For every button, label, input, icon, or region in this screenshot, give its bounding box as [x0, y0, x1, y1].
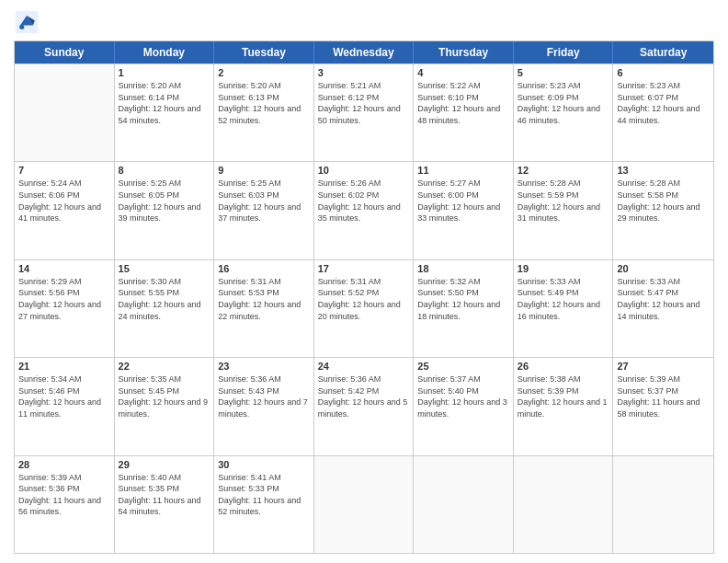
cell-date: 6 [617, 67, 710, 78]
cell-date: 1 [119, 67, 210, 78]
sunset-label: Sunset: 6:10 PM [417, 93, 479, 102]
calendar-cell: 5Sunrise: 5:23 AMSunset: 6:09 PMDaylight… [514, 64, 614, 161]
cell-date: 23 [218, 361, 310, 372]
day-header-friday: Friday [514, 41, 614, 63]
sunset-label: Sunset: 5:35 PM [119, 484, 180, 493]
sunset-label: Sunset: 5:45 PM [119, 386, 180, 396]
daylight-label: Daylight: 12 hours and 54 minutes. [119, 104, 201, 125]
header [14, 9, 714, 35]
sunset-label: Sunset: 5:36 PM [18, 484, 80, 493]
daylight-label: Daylight: 12 hours and 5 minutes. [318, 397, 408, 419]
calendar-cell: 13Sunrise: 5:28 AMSunset: 5:58 PMDayligh… [613, 162, 713, 259]
sunset-label: Sunset: 6:05 PM [119, 190, 180, 200]
sunrise-label: Sunrise: 5:30 AM [119, 277, 182, 286]
daylight-label: Daylight: 12 hours and 18 minutes. [417, 300, 500, 321]
daylight-label: Daylight: 12 hours and 20 minutes. [318, 300, 401, 321]
day-header-saturday: Saturday [613, 41, 713, 63]
cell-info: Sunrise: 5:23 AMSunset: 6:09 PMDaylight:… [518, 80, 609, 126]
sunrise-label: Sunrise: 5:25 AM [218, 178, 281, 188]
cell-info: Sunrise: 5:36 AMSunset: 5:43 PMDaylight:… [218, 373, 310, 419]
cell-info: Sunrise: 5:41 AMSunset: 5:33 PMDaylight:… [218, 472, 310, 518]
daylight-label: Daylight: 11 hours and 58 minutes. [617, 397, 700, 419]
cell-info: Sunrise: 5:36 AMSunset: 5:42 PMDaylight:… [318, 373, 410, 419]
sunrise-label: Sunrise: 5:31 AM [218, 277, 281, 286]
cell-date: 21 [18, 361, 110, 372]
cell-info: Sunrise: 5:39 AMSunset: 5:36 PMDaylight:… [18, 472, 110, 518]
cell-date: 25 [417, 361, 509, 372]
sunset-label: Sunset: 5:49 PM [518, 288, 579, 297]
sunrise-label: Sunrise: 5:37 AM [417, 374, 481, 384]
cell-info: Sunrise: 5:20 AMSunset: 6:13 PMDaylight:… [218, 80, 310, 126]
sunset-label: Sunset: 6:12 PM [318, 93, 380, 102]
cell-date: 17 [318, 263, 410, 274]
daylight-label: Daylight: 12 hours and 52 minutes. [218, 104, 301, 125]
calendar-cell: 2Sunrise: 5:20 AMSunset: 6:13 PMDaylight… [214, 64, 314, 161]
sunrise-label: Sunrise: 5:41 AM [218, 473, 281, 482]
sunrise-label: Sunrise: 5:39 AM [18, 473, 82, 482]
sunset-label: Sunset: 6:09 PM [518, 93, 579, 102]
daylight-label: Daylight: 12 hours and 1 minute. [518, 397, 608, 419]
cell-date: 30 [218, 459, 310, 470]
calendar-cell: 22Sunrise: 5:35 AMSunset: 5:45 PMDayligh… [115, 358, 215, 454]
calendar-cell: 25Sunrise: 5:37 AMSunset: 5:40 PMDayligh… [414, 358, 514, 454]
sunrise-label: Sunrise: 5:32 AM [417, 277, 481, 286]
sunrise-label: Sunrise: 5:25 AM [119, 178, 182, 188]
logo [14, 9, 43, 35]
day-header-sunday: Sunday [15, 41, 115, 63]
calendar-cell: 28Sunrise: 5:39 AMSunset: 5:36 PMDayligh… [15, 456, 115, 553]
daylight-label: Daylight: 12 hours and 22 minutes. [218, 300, 301, 321]
cell-date: 29 [119, 459, 210, 470]
cell-info: Sunrise: 5:33 AMSunset: 5:49 PMDaylight:… [518, 276, 609, 322]
calendar-week-1: 1Sunrise: 5:20 AMSunset: 6:14 PMDaylight… [15, 63, 713, 161]
sunset-label: Sunset: 5:42 PM [318, 386, 380, 396]
calendar-cell: 7Sunrise: 5:24 AMSunset: 6:06 PMDaylight… [15, 162, 115, 259]
sunset-label: Sunset: 5:52 PM [318, 288, 380, 297]
sunset-label: Sunset: 5:39 PM [518, 386, 579, 396]
sunrise-label: Sunrise: 5:34 AM [18, 374, 82, 384]
cell-date: 22 [119, 361, 210, 372]
daylight-label: Daylight: 12 hours and 37 minutes. [218, 202, 301, 224]
cell-info: Sunrise: 5:29 AMSunset: 5:56 PMDaylight:… [18, 276, 110, 322]
sunset-label: Sunset: 6:14 PM [119, 93, 180, 102]
sunset-label: Sunset: 5:33 PM [218, 484, 279, 493]
cell-info: Sunrise: 5:26 AMSunset: 6:02 PMDaylight:… [318, 178, 410, 224]
cell-info: Sunrise: 5:23 AMSunset: 6:07 PMDaylight:… [617, 80, 710, 126]
cell-date: 26 [518, 361, 609, 372]
daylight-label: Daylight: 12 hours and 11 minutes. [18, 397, 101, 419]
calendar-cell: 1Sunrise: 5:20 AMSunset: 6:14 PMDaylight… [115, 64, 215, 161]
cell-info: Sunrise: 5:37 AMSunset: 5:40 PMDaylight:… [417, 373, 509, 419]
cell-date: 16 [218, 263, 310, 274]
sunset-label: Sunset: 6:00 PM [417, 190, 479, 200]
calendar-cell: 10Sunrise: 5:26 AMSunset: 6:02 PMDayligh… [314, 162, 415, 259]
cell-date: 19 [518, 263, 609, 274]
day-header-thursday: Thursday [414, 41, 514, 63]
calendar-cell [15, 64, 115, 161]
cell-info: Sunrise: 5:31 AMSunset: 5:53 PMDaylight:… [218, 276, 310, 322]
cell-info: Sunrise: 5:32 AMSunset: 5:50 PMDaylight:… [417, 276, 509, 322]
cell-date: 13 [617, 165, 710, 176]
cell-date: 3 [318, 67, 410, 78]
sunrise-label: Sunrise: 5:36 AM [218, 374, 281, 384]
sunrise-label: Sunrise: 5:28 AM [617, 178, 680, 188]
day-header-tuesday: Tuesday [214, 41, 314, 63]
daylight-label: Daylight: 12 hours and 46 minutes. [518, 104, 600, 125]
calendar-cell: 21Sunrise: 5:34 AMSunset: 5:46 PMDayligh… [15, 358, 115, 454]
cell-info: Sunrise: 5:39 AMSunset: 5:37 PMDaylight:… [617, 373, 710, 419]
daylight-label: Daylight: 12 hours and 7 minutes. [218, 397, 308, 419]
calendar-header: SundayMondayTuesdayWednesdayThursdayFrid… [15, 41, 713, 63]
sunrise-label: Sunrise: 5:28 AM [518, 178, 581, 188]
calendar-cell: 11Sunrise: 5:27 AMSunset: 6:00 PMDayligh… [414, 162, 514, 259]
calendar-cell: 27Sunrise: 5:39 AMSunset: 5:37 PMDayligh… [613, 358, 713, 454]
sunrise-label: Sunrise: 5:20 AM [119, 81, 182, 90]
cell-info: Sunrise: 5:38 AMSunset: 5:39 PMDaylight:… [518, 373, 609, 419]
daylight-label: Daylight: 12 hours and 9 minutes. [119, 397, 209, 419]
daylight-label: Daylight: 12 hours and 41 minutes. [18, 202, 101, 224]
sunset-label: Sunset: 6:07 PM [617, 93, 678, 102]
sunrise-label: Sunrise: 5:22 AM [417, 81, 481, 90]
sunrise-label: Sunrise: 5:24 AM [18, 178, 82, 188]
sunset-label: Sunset: 6:02 PM [318, 190, 380, 200]
calendar-cell: 29Sunrise: 5:40 AMSunset: 5:35 PMDayligh… [115, 456, 215, 553]
cell-date: 2 [218, 67, 310, 78]
cell-info: Sunrise: 5:25 AMSunset: 6:05 PMDaylight:… [119, 178, 210, 224]
cell-date: 20 [617, 263, 710, 274]
